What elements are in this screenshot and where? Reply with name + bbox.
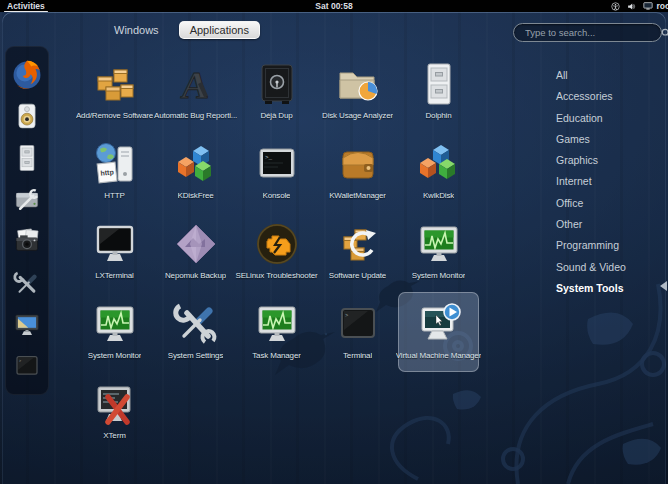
wallet-icon — [333, 139, 383, 189]
activities-button[interactable]: Activities — [0, 0, 52, 12]
app-system-settings[interactable]: System Settings — [155, 292, 236, 372]
app-label: KwikDisk — [423, 191, 454, 200]
engine-icon — [252, 219, 302, 269]
app-label: Dolphin — [425, 111, 451, 120]
category-office[interactable]: Office — [556, 193, 626, 214]
firefox-icon — [10, 58, 44, 92]
http-server-icon: http — [90, 139, 140, 189]
app-label: Nepomuk Backup — [165, 271, 226, 280]
category-accessories[interactable]: Accessories — [556, 86, 626, 107]
clock[interactable]: Sat 00:58 — [315, 1, 352, 11]
app-label: LXTerminal — [95, 271, 134, 280]
category-education[interactable]: Education — [556, 108, 626, 129]
app-label: Terminal — [343, 351, 372, 360]
terminal-dark-icon: > — [333, 299, 383, 349]
app-dolphin[interactable]: Dolphin — [398, 52, 479, 132]
dock-item-displays[interactable] — [9, 307, 45, 343]
vmm-icon — [414, 299, 464, 349]
top-bar: Activities Sat 00:58 root — [0, 0, 668, 12]
app-label: HTTP — [104, 191, 124, 200]
disk-wrench-icon — [12, 185, 42, 215]
app-terminal[interactable]: > Terminal — [317, 292, 398, 372]
speaker-icon — [12, 101, 42, 131]
search-box[interactable] — [513, 23, 662, 42]
app-system-monitor[interactable]: System Monitor — [398, 212, 479, 292]
app-selinux-troubleshooter[interactable]: SELinux Troubleshooter — [236, 212, 317, 292]
update-icon — [333, 219, 383, 269]
search-input[interactable] — [514, 27, 661, 38]
dock-item-photo-manager[interactable] — [9, 223, 45, 259]
dock-item-firefox[interactable] — [9, 57, 45, 93]
cubes-icon — [171, 139, 221, 189]
packages-icon — [90, 59, 140, 109]
svg-text:>: > — [19, 359, 21, 363]
dock: > — [5, 46, 49, 395]
app-label: System Monitor — [412, 271, 465, 280]
xterm-icon — [90, 379, 140, 429]
accessibility-icon[interactable] — [611, 2, 620, 11]
category-programming[interactable]: Programming — [556, 235, 626, 256]
user-menu[interactable]: root — [643, 1, 668, 11]
category-system-tools[interactable]: System Tools — [556, 278, 626, 299]
app-kdiskfree[interactable]: KDiskFree — [155, 132, 236, 212]
volume-icon[interactable] — [627, 2, 636, 11]
tab-applications[interactable]: Applications — [179, 21, 260, 39]
file-cabinet-icon — [12, 143, 42, 173]
user-name: root — [656, 1, 668, 11]
app-disk-usage-analyzer[interactable]: Disk Usage Analyzer — [317, 52, 398, 132]
category-list: AllAccessoriesEducationGamesGraphicsInte… — [556, 65, 626, 299]
dock-item-file-manager[interactable] — [9, 140, 45, 176]
category-internet[interactable]: Internet — [556, 171, 626, 192]
svg-text:>_: >_ — [265, 154, 273, 161]
app-label: Automatic Bug Reporti... — [154, 111, 237, 120]
app-kwikdisk[interactable]: KwikDisk — [398, 132, 479, 212]
app-http[interactable]: http HTTP — [74, 132, 155, 212]
app-software-update[interactable]: Software Update — [317, 212, 398, 292]
app-lxterminal[interactable]: LXTerminal — [74, 212, 155, 292]
app-automatic-bug-reporti[interactable]: A Automatic Bug Reporti... — [155, 52, 236, 132]
app-label: KDiskFree — [178, 191, 214, 200]
category-sound-video[interactable]: Sound & Video — [556, 257, 626, 278]
category-all[interactable]: All — [556, 65, 626, 86]
app-nepomuk-backup[interactable]: Nepomuk Backup — [155, 212, 236, 292]
dock-item-system-tools[interactable] — [9, 265, 45, 301]
screen-small-icon — [643, 1, 653, 11]
app-label: Déjà Dup — [260, 111, 292, 120]
overview-tabs: Windows Applications — [106, 21, 260, 39]
tab-windows[interactable]: Windows — [106, 21, 167, 39]
app-virtual-machine-manager[interactable]: Virtual Machine Manager — [398, 292, 479, 372]
app-xterm[interactable]: XTerm — [74, 372, 155, 452]
app-label: XTerm — [103, 431, 125, 440]
category-graphics[interactable]: Graphics — [556, 150, 626, 171]
crossed-tools-icon — [171, 299, 221, 349]
app-d-j-dup[interactable]: Déjà Dup — [236, 52, 317, 132]
dock-item-disk-utility[interactable] — [9, 182, 45, 218]
svg-text:A: A — [179, 64, 211, 106]
app-task-manager[interactable]: Task Manager — [236, 292, 317, 372]
app-label: SELinux Troubleshooter — [235, 271, 317, 280]
app-label: Virtual Machine Manager — [396, 351, 481, 360]
search-icon — [661, 28, 668, 38]
system-tray: root — [611, 0, 668, 12]
app-system-monitor[interactable]: System Monitor — [74, 292, 155, 372]
dock-item-terminal[interactable]: > — [9, 348, 45, 384]
dock-item-music-player[interactable] — [9, 98, 45, 134]
app-label: KWalletManager — [329, 191, 386, 200]
sysmon-icon — [90, 299, 140, 349]
app-label: Konsole — [263, 191, 291, 200]
safe-icon — [252, 59, 302, 109]
category-other[interactable]: Other — [556, 214, 626, 235]
app-label: System Monitor — [88, 351, 141, 360]
category-arrow-icon[interactable] — [660, 281, 667, 291]
svg-text:>: > — [345, 312, 348, 319]
app-label: Add/Remove Software — [76, 111, 153, 120]
app-label: Software Update — [329, 271, 386, 280]
category-games[interactable]: Games — [556, 129, 626, 150]
app-grid: Add/Remove Software A Automatic Bug Repo… — [74, 52, 482, 452]
app-konsole[interactable]: >_ Konsole — [236, 132, 317, 212]
app-label: Task Manager — [252, 351, 300, 360]
app-kwalletmanager[interactable]: KWalletManager — [317, 132, 398, 212]
cubes2-icon — [414, 139, 464, 189]
monitor-dark-icon — [90, 219, 140, 269]
app-add-remove-software[interactable]: Add/Remove Software — [74, 52, 155, 132]
